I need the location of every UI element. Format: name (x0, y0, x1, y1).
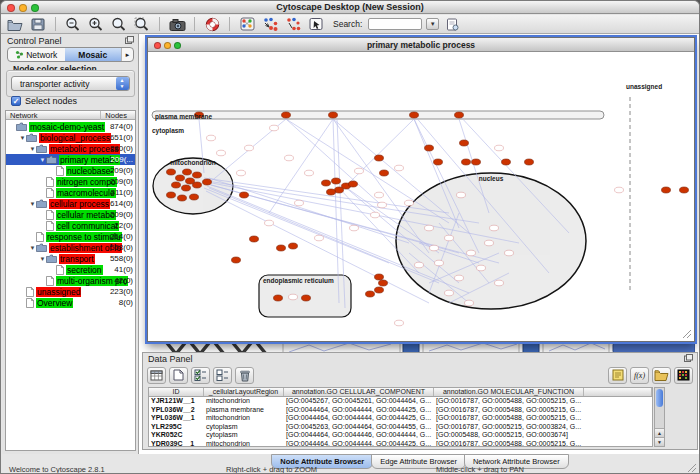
node[interactable] (237, 170, 246, 176)
node[interactable] (395, 165, 404, 171)
compartment-plasma-membrane[interactable] (152, 111, 604, 119)
layout-icon-1[interactable] (260, 16, 280, 33)
node[interactable] (395, 320, 404, 326)
tree-row[interactable]: Overview8(0) (6, 297, 135, 308)
node[interactable] (305, 170, 314, 176)
import-attributes-icon[interactable] (652, 367, 671, 384)
selected-node[interactable] (375, 287, 384, 293)
selected-node[interactable] (329, 112, 338, 118)
selected-node[interactable] (462, 159, 471, 165)
selected-node[interactable] (232, 257, 241, 263)
node[interactable] (371, 212, 380, 218)
float-panel-icon[interactable] (125, 36, 134, 44)
unselect-attributes-icon[interactable] (213, 367, 232, 384)
selected-node[interactable] (182, 185, 191, 191)
tree-expand-icon[interactable]: ▼ (29, 245, 36, 251)
node[interactable] (270, 125, 279, 131)
selected-node[interactable] (425, 145, 434, 151)
tree-row[interactable]: ▼metabolic process280(0) (6, 143, 135, 154)
selected-node[interactable] (183, 169, 192, 175)
tree-row[interactable]: mosaic-demo-yeast874(0) (6, 121, 135, 132)
function-builder-icon[interactable]: f(x) (630, 367, 649, 384)
node[interactable] (430, 245, 439, 251)
table-scrollbar[interactable]: ▲ ▼ (654, 387, 665, 447)
node[interactable] (285, 155, 294, 161)
frame-title-bar[interactable]: primary metabolic process (148, 38, 694, 52)
selected-node[interactable] (455, 112, 464, 118)
selected-node[interactable] (680, 187, 689, 193)
node[interactable] (485, 240, 494, 246)
selected-node[interactable] (335, 187, 344, 193)
tree-expand-icon[interactable]: ▼ (39, 157, 46, 163)
column-header[interactable]: annotation.GO CELLULAR_COMPONENT (284, 388, 434, 396)
node[interactable] (495, 145, 504, 151)
tree-row[interactable]: ▼biological_process651(0) (6, 132, 135, 143)
tab-mosaic[interactable]: Mosaic (65, 48, 122, 61)
table-row[interactable]: YPL036W__2plasma membrane[GO:0044464, GO… (149, 406, 652, 415)
tree-row[interactable]: ▼cellular process614(0) (6, 198, 135, 209)
selected-node[interactable] (282, 112, 291, 118)
tabs-overflow-button[interactable]: ► (121, 48, 133, 61)
selected-node[interactable] (349, 181, 358, 187)
node[interactable] (315, 235, 324, 241)
node[interactable] (465, 300, 474, 306)
column-header[interactable]: _cellularLayoutRegion (204, 388, 284, 396)
node[interactable] (415, 262, 424, 268)
node[interactable] (350, 225, 359, 231)
selected-node[interactable] (380, 170, 389, 176)
selected-node[interactable] (434, 159, 443, 165)
notes-icon[interactable] (608, 367, 627, 384)
column-header[interactable]: ID (149, 388, 204, 396)
tree-expand-icon[interactable]: ▼ (29, 201, 36, 207)
tree-row[interactable]: ▼transport558(0) (6, 253, 135, 264)
help-ring-icon[interactable] (202, 16, 222, 33)
camera-icon[interactable] (167, 16, 187, 33)
selected-node[interactable] (410, 112, 419, 118)
open-folder-icon[interactable] (5, 16, 25, 33)
table-row[interactable]: YKR052Ccytoplasm[GO:0044464, GO:0044446,… (149, 431, 652, 440)
search-options-icon[interactable] (442, 16, 462, 33)
selected-node[interactable] (502, 159, 511, 165)
node[interactable] (457, 192, 466, 198)
selected-node[interactable] (274, 295, 283, 301)
window-resize-grip[interactable] (687, 463, 697, 473)
node[interactable] (495, 280, 504, 286)
node[interactable] (207, 135, 216, 141)
node[interactable] (615, 187, 624, 193)
selected-node[interactable] (193, 172, 202, 178)
selected-node[interactable] (302, 295, 311, 301)
new-attribute-icon[interactable] (169, 367, 188, 384)
node[interactable] (435, 260, 444, 266)
tree-expand-icon[interactable]: ▼ (39, 256, 46, 262)
search-input[interactable] (368, 18, 422, 30)
selected-node[interactable] (322, 180, 331, 186)
tree-row[interactable]: nitrogen compo209(0) (6, 176, 135, 187)
node[interactable] (289, 294, 298, 300)
tree-expand-icon[interactable]: ▼ (29, 146, 36, 152)
node[interactable] (467, 250, 476, 256)
node[interactable] (405, 200, 414, 206)
attribute-table-header[interactable]: ID_cellularLayoutRegionannotation.GO CEL… (149, 388, 652, 397)
node[interactable] (355, 168, 364, 174)
scrollbar-thumb[interactable] (656, 389, 663, 407)
node[interactable] (217, 150, 226, 156)
node[interactable] (477, 265, 486, 271)
selected-node[interactable] (178, 195, 187, 201)
frame-resize-grip[interactable] (682, 329, 692, 339)
selected-node[interactable] (203, 179, 212, 185)
selected-node[interactable] (176, 175, 185, 181)
tree-row[interactable]: macromolecule311(0) (6, 187, 135, 198)
selected-node[interactable] (186, 178, 195, 184)
select-attributes-icon[interactable] (191, 367, 210, 384)
save-icon[interactable] (28, 16, 48, 33)
selected-node[interactable] (366, 291, 375, 297)
zoom-out-icon[interactable] (63, 16, 83, 33)
table-row[interactable]: YLR295Ccytoplasm[GO:0045263, GO:0044464,… (149, 423, 652, 432)
tree-row[interactable]: cell communicat22(0) (6, 220, 135, 231)
attribute-table[interactable]: ID_cellularLayoutRegionannotation.GO CEL… (148, 387, 653, 447)
node[interactable] (265, 220, 274, 226)
selected-node[interactable] (332, 178, 341, 184)
node[interactable] (375, 192, 384, 198)
selected-node[interactable] (460, 140, 469, 146)
selected-node[interactable] (277, 245, 286, 251)
